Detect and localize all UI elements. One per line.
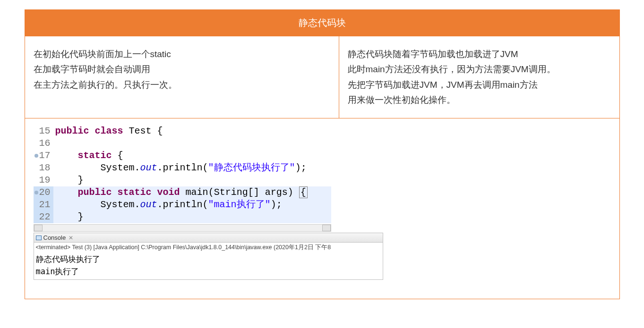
gutter-21: 21	[34, 199, 53, 211]
gutter-16: 16	[34, 137, 53, 150]
dot: .	[135, 199, 140, 210]
dot: .	[135, 162, 140, 173]
table-container: 静态代码块 在初始化代码块前面加上一个static 在加载字节码时就会自动调用 …	[25, 9, 620, 299]
space	[259, 187, 265, 198]
horizontal-scrollbar[interactable]	[34, 224, 331, 232]
kw-public: public	[78, 187, 112, 198]
field-out: out	[140, 162, 157, 173]
console-output: 静态代码块执行了 main执行了	[34, 252, 383, 280]
dot: .	[157, 199, 163, 210]
field-out: out	[140, 199, 157, 210]
right-line-1: 静态代码块随着字节码加载也加载进了JVM	[348, 47, 611, 62]
method-println: println	[163, 199, 203, 210]
kw-void: void	[157, 187, 180, 198]
gutter-17: 17	[34, 150, 53, 162]
fold-marker-icon	[34, 191, 38, 194]
code-22: }	[53, 211, 331, 223]
rparen: )	[288, 187, 293, 198]
console-tab[interactable]: Console ✕	[34, 233, 383, 243]
table-header-cell: 静态代码块	[25, 10, 619, 36]
lineno: 15	[39, 126, 50, 136]
lineno: 19	[39, 175, 50, 185]
left-line-2: 在加载字节码时就会自动调用	[34, 62, 330, 77]
left-description-cell: 在初始化代码块前面加上一个static 在加载字节码时就会自动调用 在主方法之前…	[25, 36, 339, 118]
code-row: 15 public class Test { 16 17 static { 18…	[25, 118, 619, 299]
right-line-2: 此时main方法还没有执行，因为方法需要JVM调用。	[348, 62, 611, 77]
lineno: 17	[39, 150, 50, 161]
space	[89, 126, 95, 136]
code-15: public class Test {	[53, 125, 331, 137]
left-line-1: 在初始化代码块前面加上一个static	[34, 47, 330, 62]
right-description-cell: 静态代码块随着字节码加载也加载进了JVM 此时main方法还没有执行，因为方法需…	[339, 36, 619, 118]
code-line-17: 17 static {	[34, 150, 331, 162]
console-icon	[36, 235, 42, 240]
space	[112, 150, 118, 161]
array-brackets: []	[248, 187, 259, 198]
gutter-18: 18	[34, 162, 53, 174]
method-println: println	[163, 162, 203, 173]
arg-args: args	[265, 187, 288, 198]
string-literal-1: "静态代码块执行了"	[208, 162, 295, 173]
string-literal-2: "main执行了"	[208, 199, 271, 210]
right-line-3: 先把字节码加载进JVM，JVM再去调用main方法	[348, 77, 611, 93]
code-21: System.out.println("main执行了");	[53, 199, 331, 211]
method-main: main	[186, 187, 208, 198]
rparen: )	[295, 162, 301, 173]
code-line-15: 15 public class Test {	[34, 125, 331, 137]
gutter-20: 20	[34, 186, 53, 199]
description-row: 在初始化代码块前面加上一个static 在加载字节码时就会自动调用 在主方法之前…	[25, 36, 619, 118]
code-17: static {	[53, 150, 331, 162]
kw-class: class	[95, 126, 123, 136]
console-panel: Console ✕ <terminated> Test (3) [Java Ap…	[34, 233, 383, 280]
dot: .	[157, 162, 163, 173]
code-line-22: 22 }	[34, 211, 331, 223]
gutter-15: 15	[34, 125, 53, 137]
code-editor: 15 public class Test { 16 17 static { 18…	[34, 125, 331, 223]
header-title: 静态代码块	[299, 17, 346, 28]
brace-open: {	[118, 150, 123, 161]
gutter-22: 22	[34, 211, 53, 223]
close-icon[interactable]: ✕	[69, 235, 73, 241]
semicolon: ;	[276, 199, 282, 210]
brace-close: }	[78, 175, 84, 185]
lparen: (	[208, 187, 214, 198]
console-output-line-2: main执行了	[36, 266, 381, 278]
brace-open-highlighted: {	[299, 186, 308, 198]
cls-system: System	[101, 199, 135, 210]
lineno: 20	[39, 187, 50, 198]
lparen: (	[203, 162, 208, 173]
space	[152, 187, 157, 198]
console-tab-label: Console	[43, 234, 66, 241]
space	[180, 187, 186, 198]
lineno: 16	[39, 138, 50, 149]
fold-marker-icon	[34, 154, 38, 158]
cls-system: System	[101, 162, 135, 173]
space	[152, 126, 157, 136]
classname-test: Test	[129, 126, 152, 136]
code-line-20: 20 public static void main(String[] args…	[34, 186, 331, 199]
code-line-19: 19 }	[34, 174, 331, 186]
code-line-18: 18 System.out.println("静态代码块执行了");	[34, 162, 331, 174]
gutter-19: 19	[34, 174, 53, 186]
lineno: 18	[39, 162, 50, 173]
lparen: (	[203, 199, 208, 210]
type-string: String	[214, 187, 248, 198]
code-18: System.out.println("静态代码块执行了");	[53, 162, 331, 174]
space	[123, 126, 129, 136]
kw-static: static	[118, 187, 152, 198]
code-line-16: 16	[34, 137, 331, 150]
lineno: 21	[39, 199, 50, 210]
kw-public: public	[55, 126, 89, 136]
code-20: public static void main(String[] args) {	[53, 186, 331, 199]
console-status-line: <terminated> Test (3) [Java Application]…	[34, 243, 383, 252]
rparen: )	[271, 199, 276, 210]
code-line-21: 21 System.out.println("main执行了");	[34, 199, 331, 211]
left-line-3: 在主方法之前执行的。只执行一次。	[34, 77, 330, 93]
space	[293, 187, 299, 198]
lineno: 22	[39, 211, 50, 222]
space	[112, 187, 118, 198]
brace-close: }	[78, 211, 84, 222]
console-output-line-1: 静态代码块执行了	[36, 253, 381, 266]
right-line-4: 用来做一次性初始化操作。	[348, 93, 611, 108]
code-19: }	[53, 174, 331, 186]
